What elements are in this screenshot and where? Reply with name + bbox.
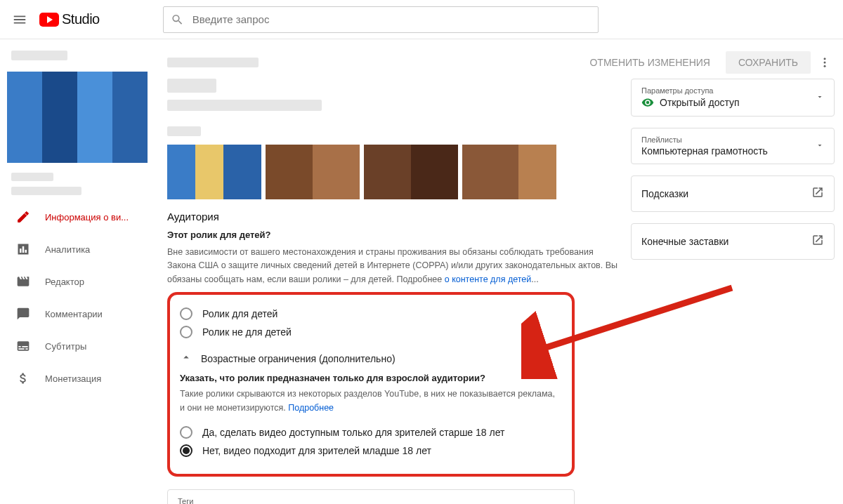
- radio-adult-yes[interactable]: Да, сделать видео доступным только для з…: [180, 426, 562, 439]
- open-external-icon: [811, 234, 824, 249]
- logo-text: Studio: [62, 11, 100, 27]
- sidebar-item-label: Комментарии: [45, 309, 103, 319]
- coppa-link[interactable]: о контенте для детей: [445, 274, 532, 284]
- highlighted-settings-box: Ролик для детей Ролик не для детей Возра…: [167, 292, 575, 477]
- radio-label: Ролик для детей: [202, 308, 277, 319]
- sidebar-item-info[interactable]: Информация о ви...: [0, 201, 155, 233]
- subtitle-icon: [15, 338, 31, 354]
- radio-not-for-kids[interactable]: Ролик не для детей: [180, 326, 562, 338]
- dollar-icon: [15, 371, 31, 386]
- search-box[interactable]: [163, 6, 599, 33]
- svg-point-4: [824, 62, 826, 64]
- thumbnail-option[interactable]: [364, 145, 458, 199]
- radio-icon: [180, 307, 192, 320]
- sidebar-item-analytics[interactable]: Аналитика: [0, 233, 155, 265]
- svg-point-5: [824, 65, 826, 67]
- thumbnail-option[interactable]: [167, 145, 261, 199]
- visibility-value: Открытый доступ: [660, 97, 740, 108]
- chat-icon: [15, 306, 31, 321]
- dropdown-arrow-icon: [816, 91, 824, 104]
- radio-icon: [180, 326, 192, 338]
- visibility-public-icon: [641, 96, 654, 109]
- hamburger-menu-icon[interactable]: [11, 11, 28, 28]
- sidebar-item-label: Редактор: [45, 277, 84, 287]
- cards-label: Подсказки: [641, 188, 688, 199]
- thumbnail-option[interactable]: [462, 145, 556, 199]
- sidebar-item-subtitles[interactable]: Субтитры: [0, 330, 155, 362]
- sidebar-item-label: Монетизация: [45, 373, 101, 384]
- radio-icon-checked: [180, 444, 192, 457]
- more-options-icon[interactable]: [818, 56, 832, 69]
- pencil-icon: [15, 209, 31, 225]
- clapper-icon: [15, 274, 31, 289]
- age-description: Такие ролики скрываются из некоторых раз…: [180, 387, 562, 415]
- save-button[interactable]: СОХРАНИТЬ: [726, 51, 811, 74]
- end-screens-card[interactable]: Конечные заставки: [631, 223, 835, 260]
- playlists-value: Компьютерная грамотность: [641, 145, 768, 157]
- audience-question: Этот ролик для детей?: [167, 230, 618, 240]
- visibility-label: Параметры доступа: [641, 86, 740, 95]
- cards-card[interactable]: Подсказки: [631, 175, 835, 212]
- svg-rect-1: [22, 246, 25, 253]
- sidebar: Информация о ви... Аналитика Редактор Ко…: [0, 39, 155, 504]
- radio-label: Нет, видео подходит для зрителей младше …: [202, 445, 431, 456]
- svg-point-3: [824, 58, 826, 60]
- sidebar-item-label: Субтитры: [45, 341, 86, 352]
- sidebar-item-label: Информация о ви...: [45, 212, 129, 223]
- audience-heading: Аудитория: [167, 211, 618, 223]
- dropdown-arrow-icon: [816, 140, 824, 152]
- radio-for-kids[interactable]: Ролик для детей: [180, 307, 562, 320]
- sidebar-item-editor[interactable]: Редактор: [0, 265, 155, 298]
- sidebar-item-label: Аналитика: [45, 244, 90, 255]
- audience-description: Вне зависимости от вашего местонахождени…: [167, 246, 618, 286]
- tags-field[interactable]: Теги: [167, 489, 575, 504]
- studio-logo[interactable]: Studio: [39, 11, 100, 27]
- radio-label: Ролик не для детей: [202, 326, 292, 338]
- search-icon: [171, 13, 184, 27]
- chevron-up-icon: [180, 351, 192, 366]
- end-screens-label: Конечные заставки: [641, 236, 728, 247]
- search-input[interactable]: [192, 13, 591, 25]
- sidebar-item-comments[interactable]: Комментарии: [0, 298, 155, 330]
- playlists-label: Плейлисты: [641, 135, 768, 144]
- sidebar-item-monetization[interactable]: Монетизация: [0, 362, 155, 394]
- video-thumbnail-large: [7, 72, 148, 163]
- tags-label: Теги: [178, 497, 564, 504]
- expander-label: Возрастные ограничения (дополнительно): [201, 353, 396, 364]
- thumbnail-option[interactable]: [266, 145, 360, 199]
- svg-rect-0: [20, 248, 22, 253]
- learn-more-link[interactable]: Подробнее: [288, 403, 334, 413]
- age-question: Указать, что ролик предназначен только д…: [180, 373, 562, 383]
- chart-icon: [15, 241, 31, 257]
- open-external-icon: [811, 186, 824, 201]
- svg-rect-2: [25, 250, 27, 253]
- radio-icon: [180, 426, 192, 439]
- radio-label: Да, сделать видео доступным только для з…: [202, 427, 504, 438]
- radio-adult-no[interactable]: Нет, видео подходит для зрителей младше …: [180, 444, 562, 457]
- playlists-card[interactable]: Плейлисты Компьютерная грамотность: [631, 128, 835, 164]
- visibility-card[interactable]: Параметры доступа Открытый доступ: [631, 79, 835, 117]
- age-restriction-expander[interactable]: Возрастные ограничения (дополнительно): [180, 351, 562, 366]
- youtube-icon: [39, 13, 59, 27]
- discard-button[interactable]: ОТМЕНИТЬ ИЗМЕНЕНИЯ: [580, 51, 720, 74]
